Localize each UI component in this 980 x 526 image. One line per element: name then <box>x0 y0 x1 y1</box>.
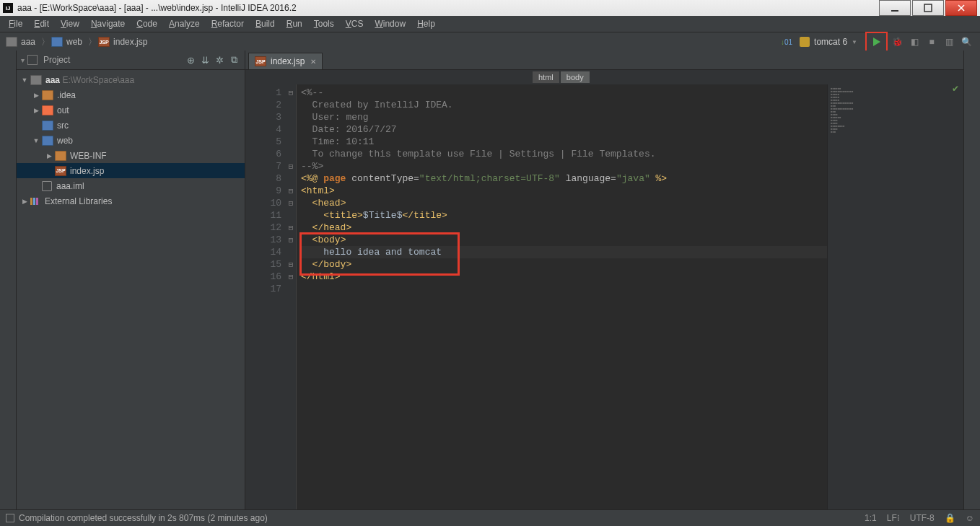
menubar: File Edit View Navigate Code Analyze Ref… <box>0 16 980 32</box>
menu-help[interactable]: Help <box>417 19 435 29</box>
panel-icon <box>27 55 38 65</box>
folder-icon <box>42 90 53 100</box>
file-encoding[interactable]: UTF-8 <box>910 513 935 523</box>
editor-tab-label: index.jsp <box>271 56 305 66</box>
iml-icon <box>42 181 52 191</box>
search-everywhere-button[interactable]: 🔍 <box>958 34 974 50</box>
editor-breadcrumbs: html body <box>245 70 963 84</box>
libraries-icon <box>30 198 40 205</box>
status-bar: Compilation completed successfully in 2s… <box>0 509 980 526</box>
close-button[interactable] <box>945 0 977 16</box>
crumb-body[interactable]: body <box>561 71 590 83</box>
menu-run[interactable]: Run <box>286 19 302 29</box>
folder-web-icon <box>42 136 53 146</box>
menu-navigate[interactable]: Navigate <box>91 19 125 29</box>
folder-icon <box>6 37 17 47</box>
line-ending[interactable]: LF⁞ <box>887 513 900 523</box>
code-minimap[interactable]: ✔ ■■■■■■■■■■■■■■■■■■■■■■■■■■■■■■■■■■■■■■… <box>827 84 963 510</box>
maximize-button[interactable] <box>912 0 944 16</box>
jsp-icon: JSP <box>55 166 66 176</box>
chevron-down-icon: ▼ <box>852 39 857 45</box>
scroll-from-source-icon[interactable]: ⊕ <box>184 53 197 66</box>
tree-web[interactable]: ▼web <box>17 133 245 148</box>
tree-idea[interactable]: ▶.idea <box>17 87 245 102</box>
minimize-button[interactable] <box>879 0 911 16</box>
breadcrumb-web[interactable]: web <box>51 37 82 47</box>
menu-analyze[interactable]: Analyze <box>169 19 200 29</box>
chevron-right-icon: 〉 <box>88 36 97 48</box>
tree-indexjsp[interactable]: JSPindex.jsp <box>17 163 245 178</box>
close-tab-icon[interactable]: ✕ <box>310 58 316 66</box>
menu-edit[interactable]: Edit <box>34 19 49 29</box>
code-content[interactable]: <%-- Created by IntelliJ IDEA. User: men… <box>297 84 827 510</box>
navigation-toolbar: aaa 〉 web 〉 JSPindex.jsp ↓01 tomcat 6 ▼ … <box>0 32 980 52</box>
status-message: Compilation completed successfully in 2s… <box>19 513 268 523</box>
caret-position[interactable]: 1:1 <box>865 513 877 523</box>
inspection-ok-icon: ✔ <box>952 87 959 90</box>
debug-button[interactable]: 🐞 <box>889 34 905 50</box>
svg-rect-0 <box>891 10 898 12</box>
editor-tabs-bar: JSP index.jsp ✕ <box>245 51 963 70</box>
play-icon <box>873 38 880 46</box>
breadcrumb-file[interactable]: JSPindex.jsp <box>98 37 147 47</box>
hector-icon[interactable]: ☺ <box>966 513 974 523</box>
jsp-icon: JSP <box>255 56 266 66</box>
module-icon <box>30 75 42 85</box>
project-sidebar: ▾ Project ⊕ ⇊ ✲ ⧉ ▼aaa E:\WorkSpace\aaa … <box>17 51 245 510</box>
stop-button[interactable]: ■ <box>924 34 940 50</box>
tree-src[interactable]: src <box>17 118 245 133</box>
fold-gutter[interactable]: ⊟ ⊟ ⊟⊟ ⊟⊟ ⊟⊟ <box>286 84 297 510</box>
menu-refactor[interactable]: Refactor <box>211 19 244 29</box>
hide-icon[interactable]: ⧉ <box>227 53 240 66</box>
chevron-right-icon: 〉 <box>41 36 50 48</box>
status-icon[interactable] <box>6 514 14 522</box>
settings-icon[interactable]: ✲ <box>213 53 226 66</box>
menu-vcs[interactable]: VCS <box>346 19 364 29</box>
project-tree[interactable]: ▼aaa E:\WorkSpace\aaa ▶.idea ▶out src ▼w… <box>17 70 245 510</box>
crumb-html[interactable]: html <box>533 71 559 83</box>
right-tool-gutter[interactable] <box>963 51 980 510</box>
run-config-selector[interactable]: tomcat 6 ▼ <box>795 35 862 48</box>
left-tool-gutter[interactable] <box>0 51 17 510</box>
menu-tools[interactable]: Tools <box>314 19 334 29</box>
titlebar: IJ aaa - [E:\WorkSpace\aaa] - [aaa] - ..… <box>0 0 980 16</box>
chevron-down-icon[interactable]: ▾ <box>21 56 25 64</box>
project-panel-header: ▾ Project ⊕ ⇊ ✲ ⧉ <box>17 51 245 70</box>
coverage-button[interactable]: ◧ <box>906 34 922 50</box>
layout-button[interactable]: ▥ <box>941 34 957 50</box>
menu-window[interactable]: Window <box>375 19 406 29</box>
tree-iml[interactable]: aaa.iml <box>17 178 245 193</box>
editor-tab-indexjsp[interactable]: JSP index.jsp ✕ <box>248 53 323 69</box>
lock-icon[interactable]: 🔒 <box>945 513 955 523</box>
folder-icon <box>51 37 63 47</box>
editor-area: JSP index.jsp ✕ html body 12345678910111… <box>245 51 963 510</box>
collapse-all-icon[interactable]: ⇊ <box>198 53 211 66</box>
tree-ext-libs[interactable]: ▶External Libraries <box>17 193 245 209</box>
jsp-icon: JSP <box>98 37 110 47</box>
tree-root[interactable]: ▼aaa E:\WorkSpace\aaa <box>17 72 245 87</box>
menu-code[interactable]: Code <box>136 19 157 29</box>
tomcat-icon <box>800 37 810 47</box>
folder-src-icon <box>42 120 53 131</box>
run-button[interactable] <box>865 32 888 52</box>
folder-icon <box>55 151 66 161</box>
menu-view[interactable]: View <box>61 19 79 29</box>
window-title: aaa - [E:\WorkSpace\aaa] - [aaa] - ...\w… <box>17 3 878 13</box>
line-number-gutter[interactable]: 1234567891011121314151617 <box>245 84 286 510</box>
app-logo-icon: IJ <box>3 3 13 13</box>
breadcrumb-root[interactable]: aaa <box>6 37 35 47</box>
code-editor[interactable]: 1234567891011121314151617 ⊟ ⊟ ⊟⊟ ⊟⊟ ⊟⊟ <… <box>245 84 963 510</box>
svg-rect-1 <box>924 4 932 12</box>
folder-icon <box>42 105 53 115</box>
run-config-label: tomcat 6 <box>814 37 847 47</box>
menu-build[interactable]: Build <box>255 19 275 29</box>
project-panel-title: Project <box>43 55 183 65</box>
menu-file[interactable]: File <box>9 19 22 29</box>
tree-webinf[interactable]: ▶WEB-INF <box>17 148 245 163</box>
update-icon[interactable]: ↓01 <box>779 34 795 50</box>
tree-out[interactable]: ▶out <box>17 102 245 118</box>
